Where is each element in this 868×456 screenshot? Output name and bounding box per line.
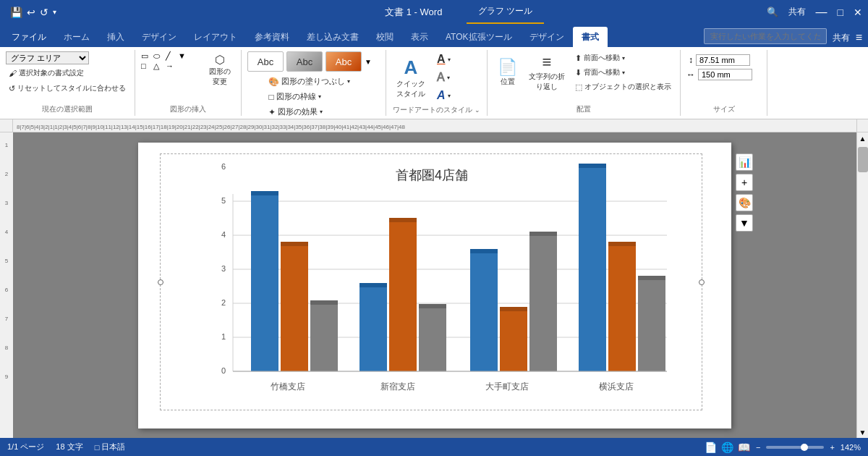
- outline-dropdown-icon[interactable]: ▾: [318, 93, 321, 100]
- shape-style-2[interactable]: Abc: [286, 51, 323, 72]
- select-icon: ⬚: [575, 83, 582, 92]
- search-input[interactable]: [704, 28, 827, 44]
- close-icon[interactable]: ✕: [854, 7, 862, 18]
- tab-design[interactable]: デザイン: [133, 27, 185, 47]
- bar-otemachi-s2: [500, 307, 527, 371]
- text-effect-dropdown-icon[interactable]: ▾: [448, 93, 451, 99]
- tab-home[interactable]: ホーム: [55, 27, 98, 47]
- forward-dropdown-icon[interactable]: ▾: [622, 55, 625, 62]
- wordart-expand-icon[interactable]: ⌄: [475, 106, 480, 114]
- quick-access-dropdown-icon[interactable]: ▾: [53, 8, 56, 16]
- bar-shinjuku-s1-top: [359, 283, 387, 287]
- tab-atok[interactable]: ATOK拡張ツール: [437, 27, 521, 47]
- shape-style-dropdown-icon[interactable]: ▼: [365, 58, 372, 66]
- chart-action-buttons[interactable]: 📊 + 🎨 ▼: [736, 153, 753, 232]
- svg-text:4: 4: [5, 229, 9, 235]
- zoom-slider[interactable]: [766, 446, 824, 449]
- tab-references[interactable]: 参考資料: [246, 27, 298, 47]
- view-icons[interactable]: 📄 🌐 📖: [705, 442, 750, 453]
- chart-filter-btn[interactable]: 🎨: [736, 194, 753, 211]
- share-button[interactable]: 共有: [833, 32, 850, 44]
- share-button[interactable]: 共有: [788, 6, 806, 18]
- shape-fill-btn[interactable]: 🎨 図形の塗りつぶし ▾: [265, 75, 353, 88]
- tab-layout[interactable]: レイアウト: [185, 27, 246, 47]
- redo-icon[interactable]: ↺: [40, 7, 48, 18]
- bar-shinjuku-s3-top: [419, 304, 446, 308]
- chart-add-btn[interactable]: +: [736, 174, 753, 191]
- sidebar-toggle-icon[interactable]: ≡: [856, 31, 862, 44]
- zoom-thumb[interactable]: [801, 444, 808, 451]
- search-icon[interactable]: 🔍: [767, 7, 778, 17]
- read-view-icon[interactable]: 📖: [738, 442, 750, 453]
- effect-dropdown-icon[interactable]: ▾: [320, 109, 323, 115]
- fill-dropdown-icon[interactable]: ▾: [347, 78, 350, 85]
- select-objects-btn[interactable]: ⬚ オブジェクトの選択と表示: [572, 80, 674, 93]
- resize-handle-left[interactable]: [158, 279, 163, 285]
- selection-range-select[interactable]: グラフ エリア: [6, 51, 89, 64]
- size-group: ↕ ↔ サイズ: [681, 50, 767, 116]
- shape-style-3[interactable]: Abc: [326, 51, 362, 72]
- document-scroll-area[interactable]: 首都圏4店舗 0 1: [13, 132, 856, 438]
- text-wrap-btn[interactable]: ≡ 文字列の折 り返し: [524, 51, 569, 93]
- text-outline-dropdown-icon[interactable]: ▾: [447, 75, 450, 81]
- zoom-out-icon[interactable]: −: [756, 443, 760, 452]
- back-dropdown-icon[interactable]: ▾: [622, 69, 625, 76]
- text-fill-btn[interactable]: A ▾: [434, 51, 454, 67]
- bar-shinjuku-s3: [419, 304, 446, 371]
- shape-rect-icon[interactable]: ▭: [141, 51, 153, 61]
- svg-text:2: 2: [221, 298, 226, 307]
- insert-shape-group: ▭ ⬭ ╱ ▼ □ △ → ⬡ 図形の 変更 図形の挿入: [135, 50, 242, 116]
- text-fill-dropdown-icon[interactable]: ▾: [448, 56, 451, 63]
- shape-outline-btn[interactable]: □ 図形の枠線 ▾: [265, 90, 353, 104]
- scrollbar-right[interactable]: ▲ ▼: [856, 132, 868, 438]
- resize-handle-right[interactable]: [699, 279, 705, 285]
- ruler-v-svg: 1 2 3 4 5 6 7 8 9: [0, 132, 13, 438]
- quick-style-btn[interactable]: A クイック スタイル: [392, 55, 430, 101]
- width-input[interactable]: [698, 69, 752, 80]
- change-shape-btn[interactable]: ⬡ 図形の 変更: [205, 51, 235, 88]
- chart-layout-btn[interactable]: 📊: [736, 153, 753, 171]
- shape-more-icon[interactable]: ▼: [178, 51, 190, 61]
- scroll-down-btn[interactable]: ▼: [857, 426, 869, 438]
- text-effect-btn[interactable]: A ▾: [434, 88, 454, 104]
- shape-line-icon[interactable]: ╱: [166, 51, 177, 61]
- chart-selection-area[interactable]: 首都圏4店舗 0 1: [160, 153, 702, 410]
- chart-filter2-btn[interactable]: ▼: [736, 214, 753, 232]
- send-back-btn[interactable]: ⬇ 背面へ移動 ▾: [572, 66, 674, 79]
- minimize-icon[interactable]: —: [816, 6, 827, 19]
- tab-chart-design[interactable]: デザイン: [521, 27, 573, 47]
- tab-file[interactable]: ファイル: [3, 27, 55, 47]
- shape-effect-btn[interactable]: ✦ 図形の効果 ▾: [265, 105, 353, 119]
- tab-view[interactable]: 表示: [402, 27, 437, 47]
- print-view-icon[interactable]: 📄: [705, 442, 717, 453]
- tab-insert[interactable]: 挿入: [98, 27, 133, 47]
- shape-arrow-icon[interactable]: →: [166, 62, 177, 71]
- web-view-icon[interactable]: 🌐: [721, 442, 733, 453]
- tab-mailings[interactable]: 差し込み文書: [298, 27, 367, 47]
- text-outline-btn[interactable]: A ▾: [434, 69, 454, 85]
- bar-takebashi-s2-top: [281, 242, 308, 246]
- shape-style-1[interactable]: Abc: [247, 51, 284, 72]
- shape-oval-icon[interactable]: ⬭: [153, 51, 165, 61]
- tab-chart-format[interactable]: 書式: [573, 27, 608, 47]
- tab-review[interactable]: 校閲: [367, 27, 402, 47]
- status-bar: 1/1 ページ 18 文字 □ 日本語 📄 🌐 📖 − + 142%: [0, 438, 868, 456]
- format-selection-btn[interactable]: 🖌 選択対象の書式設定: [6, 67, 87, 80]
- scroll-up-btn[interactable]: ▲: [857, 132, 869, 144]
- reset-style-btn[interactable]: ↺ リセットしてスタイルに合わせる: [6, 82, 129, 95]
- position-btn[interactable]: 📄 位置: [493, 51, 522, 93]
- outline-icon: □: [268, 92, 273, 102]
- shape-rect2-icon[interactable]: □: [141, 62, 153, 71]
- zoom-level[interactable]: 142%: [841, 443, 861, 452]
- bring-forward-btn[interactable]: ⬆ 前面へ移動 ▾: [572, 51, 674, 64]
- scroll-thumb[interactable]: [858, 147, 868, 172]
- window-controls[interactable]: 🔍 共有 — □ ✕: [767, 6, 862, 19]
- save-icon[interactable]: 💾: [10, 7, 22, 18]
- maximize-icon[interactable]: □: [838, 7, 843, 18]
- height-input[interactable]: [696, 54, 750, 66]
- undo-icon[interactable]: ↩: [27, 7, 35, 18]
- app-title: 文書 1 - Word: [61, 6, 767, 19]
- zoom-in-icon[interactable]: +: [830, 443, 834, 452]
- shape-tri-icon[interactable]: △: [153, 62, 165, 71]
- quick-access[interactable]: 💾 ↩ ↺ ▾: [6, 7, 61, 18]
